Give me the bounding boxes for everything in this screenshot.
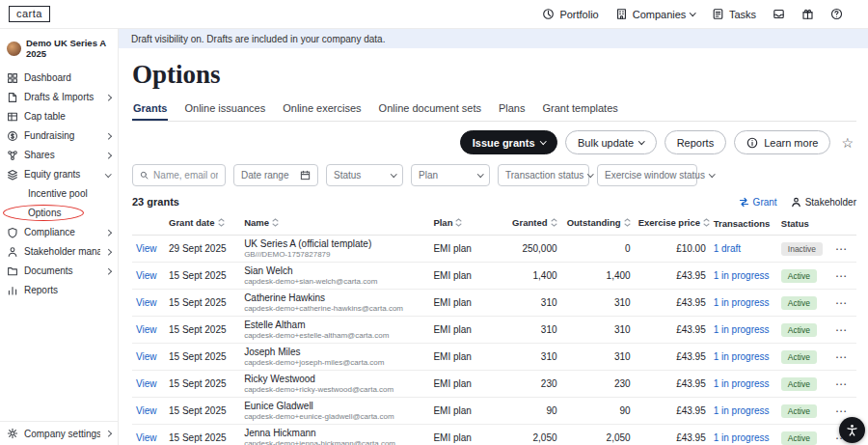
transactions-link[interactable]: 1 in progress [714,378,770,389]
view-link[interactable]: View [136,297,157,308]
row-menu-icon[interactable]: ⋯ [835,269,847,283]
status-badge: Active [781,323,817,337]
search-filter[interactable] [132,164,226,186]
sidebar-item-company-settings[interactable]: Company settings [0,424,118,443]
transactions-link[interactable]: 1 in progress [714,297,770,308]
sidebar-item-fundraising[interactable]: Fundraising [0,126,118,146]
company-switcher[interactable]: Demo UK Series A 2025 [0,39,118,60]
nav-tasks[interactable]: Tasks [712,8,756,20]
nav-portfolio[interactable]: Portfolio [542,8,598,20]
view-link[interactable]: View [136,270,157,281]
view-link[interactable]: View [136,351,157,362]
transactions-link[interactable]: 1 in progress [714,324,770,335]
grant-date-cell: 15 Sept 2025 [165,290,240,317]
grant-name: Ricky Westwood [244,374,425,384]
grants-table: Grant dateNamePlanGrantedOutstandingExer… [132,211,856,445]
plan-filter[interactable]: Plan [411,164,490,186]
view-link[interactable]: View [136,405,157,416]
granted-cell: 310 [493,317,560,344]
chevron-right-icon [105,95,111,100]
sort-icon[interactable] [218,218,225,229]
grant-subtext: capdesk-demo+sian-welch@carta.com [244,277,425,286]
sidebar-item-compliance[interactable]: Compliance [0,223,118,242]
grant-name: UK Series A (official template) [244,238,425,249]
drafts-icon [7,92,18,103]
col-grant-date[interactable]: Grant date [165,211,240,236]
learn-more-button[interactable]: Learn more [734,130,830,154]
tab-online-document-sets[interactable]: Online document sets [378,102,482,121]
granted-cell: 90 [493,398,560,425]
sort-icon[interactable] [272,218,279,229]
sidebar-item-label: Drafts & Imports [24,92,100,102]
tab-online-issuances[interactable]: Online issuances [183,102,266,121]
chevron-down-icon [587,171,593,177]
transactions-link[interactable]: 1 in progress [714,405,770,416]
transaction-status-filter[interactable]: Transaction status [498,164,589,186]
view-link[interactable]: View [136,432,157,443]
tab-grants[interactable]: Grants [132,102,168,121]
carta-logo[interactable]: carta [9,6,50,22]
view-link[interactable]: View [136,243,157,254]
view-link[interactable]: View [136,324,157,335]
sidebar-item-label: Reports [24,285,110,295]
grant-view-toggle[interactable]: Grant [739,197,777,208]
sidebar-item-incentive-pool[interactable]: Incentive pool [0,184,118,204]
view-link[interactable]: View [136,378,157,389]
sidebar-item-stakeholder-management[interactable]: Stakeholder management [0,242,118,262]
tab-plans[interactable]: Plans [498,102,527,121]
col-exercise-price[interactable]: Exercise price [635,211,710,236]
col-granted[interactable]: Granted [493,211,560,236]
sidebar-item-equity-grants[interactable]: Equity grants [0,165,118,184]
outstanding-cell: 310 [561,317,635,344]
tabs: GrantsOnline issuancesOnline exercisesOn… [132,102,856,122]
col-plan[interactable]: Plan [429,211,493,236]
transactions-link[interactable]: 1 in progress [714,270,770,281]
filters-row: Date range Status Plan Transaction statu… [132,164,856,186]
sort-icon[interactable] [624,218,631,229]
help-icon[interactable] [830,8,843,20]
transactions-link[interactable]: 1 in progress [714,432,770,443]
tab-online-exercises[interactable]: Online exercises [282,102,362,121]
gift-icon[interactable] [801,8,814,20]
transactions-link[interactable]: 1 draft [714,243,741,254]
nav-companies[interactable]: Companies [615,8,695,20]
reports-button[interactable]: Reports [665,130,727,154]
bulk-update-button[interactable]: Bulk update [565,130,657,154]
stakeholder-view-toggle[interactable]: Stakeholder [791,197,856,208]
info-icon [746,137,758,149]
sort-icon[interactable] [703,218,710,229]
sidebar-item-label: Shares [24,150,100,160]
sort-icon[interactable] [455,218,462,229]
search-input[interactable] [153,170,218,181]
sidebar-item-shares[interactable]: Shares [0,146,118,165]
col-name[interactable]: Name [240,211,429,236]
issue-grants-button[interactable]: Issue grants [460,130,557,154]
accessibility-widget-button[interactable] [839,417,865,443]
sidebar-item-dashboard[interactable]: Dashboard [0,69,118,88]
row-menu-icon[interactable]: ⋯ [835,377,847,391]
col-outstanding[interactable]: Outstanding [561,211,635,236]
row-menu-icon[interactable]: ⋯ [835,404,847,418]
sidebar-item-documents[interactable]: Documents [0,262,118,281]
row-menu-icon[interactable]: ⋯ [835,323,847,337]
transactions-link[interactable]: 1 in progress [714,351,770,362]
inbox-icon[interactable] [773,8,785,20]
tab-grant-templates[interactable]: Grant templates [542,102,619,121]
row-menu-icon[interactable]: ⋯ [835,242,847,256]
exercise-window-status-filter[interactable]: Exercise window status [597,164,697,186]
grant-date-cell: 29 Sept 2025 [165,236,240,263]
sidebar-item-cap-table[interactable]: Cap table [0,107,118,126]
sort-icon[interactable] [551,218,557,229]
row-menu-icon[interactable]: ⋯ [835,296,847,310]
chevron-down-icon [105,171,111,177]
date-range-filter[interactable]: Date range [233,164,318,186]
company-avatar [7,42,21,56]
sidebar-item-options[interactable]: Options [0,204,118,223]
sidebar-item-drafts-imports[interactable]: Drafts & Imports [0,88,118,107]
status-filter[interactable]: Status [326,164,403,186]
favorite-star-button[interactable]: ☆ [838,130,856,154]
grant-subtext: capdesk-demo+joseph-miles@carta.com [244,358,425,367]
search-icon [140,170,149,181]
row-menu-icon[interactable]: ⋯ [835,350,847,364]
sidebar-item-reports[interactable]: Reports [0,281,118,300]
